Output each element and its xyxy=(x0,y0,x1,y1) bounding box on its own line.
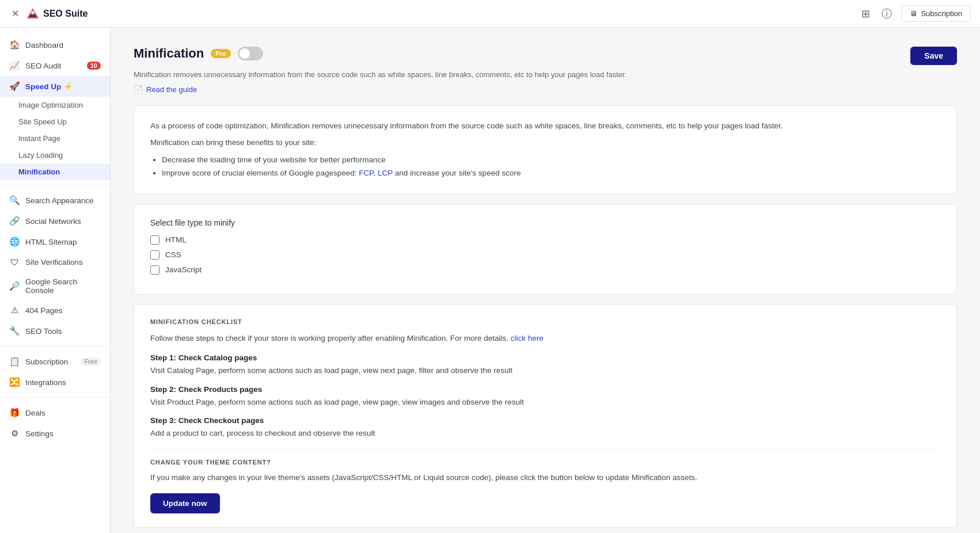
step-1-desc: Visit Catalog Page, perform some actions… xyxy=(150,364,940,377)
page-header-row: Minification Pro Save xyxy=(134,46,957,66)
sidebar-sub-minification[interactable]: Minification xyxy=(0,163,110,180)
site-verifications-icon: 🛡 xyxy=(9,257,20,267)
pro-badge: Pro xyxy=(211,49,230,58)
step-2-desc: Visit Product Page, perform some actions… xyxy=(150,396,940,409)
sidebar-item-label: 404 Pages xyxy=(25,306,63,315)
grid-icon-button[interactable]: ⊞ xyxy=(859,5,872,22)
sidebar-item-404-pages[interactable]: ⚠ 404 Pages xyxy=(0,300,110,321)
main-content: Minification Pro Save Minification remov… xyxy=(111,28,980,533)
click-here-link[interactable]: click here xyxy=(511,334,544,342)
sidebar-item-dashboard[interactable]: 🏠 Dashboard xyxy=(0,35,110,55)
speed-up-icon: 🚀 xyxy=(9,81,20,92)
minification-toggle[interactable] xyxy=(238,47,263,60)
sidebar-item-label: Subscription xyxy=(25,357,68,366)
sidebar-sub-site-speed-up[interactable]: Site Speed Up xyxy=(0,113,110,130)
sidebar-item-label: Site Verifications xyxy=(25,258,83,266)
logo-icon xyxy=(26,7,40,21)
top-bar-left: ✕ SEO Suite xyxy=(9,6,852,21)
sidebar-item-label: HTML Sitemap xyxy=(25,238,77,246)
info-card: As a process of code optimization, Minif… xyxy=(134,105,957,195)
sidebar-item-label: SEO Tools xyxy=(25,327,62,336)
info-paragraph-1: As a process of code optimization, Minif… xyxy=(150,120,940,132)
javascript-checkbox-label[interactable]: JavaScript xyxy=(165,265,202,274)
app-logo: SEO Suite xyxy=(26,7,88,21)
update-now-button[interactable]: Update now xyxy=(150,493,220,513)
fcp-lcp-link[interactable]: FCP, LCP xyxy=(359,169,393,177)
sidebar-item-label: Search Appearance xyxy=(25,196,94,205)
settings-icon: ⚙ xyxy=(9,428,20,439)
sidebar-item-label: Google Search Console xyxy=(25,277,101,295)
404-pages-icon: ⚠ xyxy=(9,305,20,315)
guide-doc-icon: 📄 xyxy=(134,85,143,94)
checklist-intro: Follow these steps to check if your stor… xyxy=(150,332,940,345)
sidebar-item-label: Settings xyxy=(25,429,54,438)
subscription-button[interactable]: 🖥 Subscription xyxy=(901,5,971,22)
sidebar-item-seo-audit[interactable]: 📈 SEO Audit 10 xyxy=(0,55,110,76)
save-button[interactable]: Save xyxy=(910,47,957,65)
info-bullet-1: Decrease the loading time of your websit… xyxy=(162,154,940,167)
info-list: Decrease the loading time of your websit… xyxy=(150,154,940,180)
sidebar-item-label: SEO Audit xyxy=(25,62,61,70)
sidebar-sub-instant-page[interactable]: Instant Page xyxy=(0,130,110,147)
sidebar-item-search-appearance[interactable]: 🔍 Search Appearance xyxy=(0,190,110,211)
svg-point-2 xyxy=(31,11,35,14)
sidebar-sub-label: Site Speed Up xyxy=(18,117,67,126)
checklist-title: MINIFICATION CHECKLIST xyxy=(150,318,940,325)
page-header: Minification Pro xyxy=(134,46,263,61)
sidebar-sub-label: Instant Page xyxy=(18,134,60,143)
sidebar-item-label: Social Networks xyxy=(25,217,81,226)
sidebar-sub-label: Minification xyxy=(18,167,60,176)
sidebar-item-subscription[interactable]: 📋 Subscription Free xyxy=(0,351,110,372)
sidebar-item-deals[interactable]: 🎁 Deals xyxy=(0,402,110,423)
page-title: Minification xyxy=(134,46,204,61)
javascript-checkbox-row: JavaScript xyxy=(150,265,940,275)
sidebar-item-speed-up[interactable]: 🚀 Speed Up ⚡ xyxy=(0,76,110,97)
social-networks-icon: 🔗 xyxy=(9,216,20,226)
card-divider xyxy=(150,449,940,450)
sidebar-sub-image-optimization[interactable]: Image Optimization xyxy=(0,97,110,113)
sidebar-item-label: Integrations xyxy=(25,378,66,387)
sidebar-item-settings[interactable]: ⚙ Settings xyxy=(0,423,110,444)
sidebar-sub-lazy-loading[interactable]: Lazy Loading xyxy=(0,147,110,163)
subscription-label: Subscription xyxy=(921,9,962,18)
sidebar-divider-2 xyxy=(0,346,110,347)
top-bar: ✕ SEO Suite ⊞ ⓘ 🖥 Subscription xyxy=(0,0,980,28)
javascript-checkbox[interactable] xyxy=(150,265,159,275)
css-checkbox[interactable] xyxy=(150,250,159,260)
read-guide-link[interactable]: 📄 Read the guide xyxy=(134,85,957,94)
step-1-title: Step 1: Check Catalog pages xyxy=(150,353,940,362)
step-3-desc: Add a product to cart, process to checko… xyxy=(150,427,940,440)
subscription-icon: 📋 xyxy=(9,356,20,367)
seo-tools-icon: 🔧 xyxy=(9,326,20,336)
css-checkbox-label[interactable]: CSS xyxy=(165,250,181,259)
seo-audit-icon: 📈 xyxy=(9,60,20,71)
sidebar-item-google-search-console[interactable]: 🔎 Google Search Console xyxy=(0,272,110,300)
sidebar-item-label: Dashboard xyxy=(25,41,63,50)
sidebar-item-label: Deals xyxy=(25,409,45,417)
info-bullet-2: Improve score of crucial elements of Goo… xyxy=(162,167,940,180)
subscription-icon: 🖥 xyxy=(910,9,917,18)
checklist-card: MINIFICATION CHECKLIST Follow these step… xyxy=(134,304,957,528)
toggle-slider xyxy=(238,47,263,60)
deals-icon: 🎁 xyxy=(9,408,20,418)
seo-audit-badge: 10 xyxy=(87,62,101,70)
file-select-card: Select file type to minify HTML CSS Java… xyxy=(134,204,957,295)
sidebar-divider-1 xyxy=(0,185,110,185)
step-2-title: Step 2: Check Products pages xyxy=(150,385,940,394)
sidebar-sub-label: Image Optimization xyxy=(18,101,83,109)
layout: 🏠 Dashboard 📈 SEO Audit 10 🚀 Speed Up ⚡ … xyxy=(0,28,980,533)
sidebar-item-integrations[interactable]: 🔀 Integrations xyxy=(0,372,110,393)
sidebar-item-social-networks[interactable]: 🔗 Social Networks xyxy=(0,211,110,231)
sidebar-item-seo-tools[interactable]: 🔧 SEO Tools xyxy=(0,321,110,341)
html-checkbox[interactable] xyxy=(150,235,159,245)
close-button[interactable]: ✕ xyxy=(9,6,21,21)
html-checkbox-label[interactable]: HTML xyxy=(165,235,187,244)
step-3-title: Step 3: Check Checkout pages xyxy=(150,416,940,425)
info-icon-button[interactable]: ⓘ xyxy=(879,5,894,23)
sidebar-item-html-sitemap[interactable]: 🌐 HTML Sitemap xyxy=(0,231,110,252)
search-appearance-icon: 🔍 xyxy=(9,195,20,205)
integrations-icon: 🔀 xyxy=(9,377,20,387)
html-sitemap-icon: 🌐 xyxy=(9,237,20,247)
sidebar-item-site-verifications[interactable]: 🛡 Site Verifications xyxy=(0,252,110,272)
subscription-badge: Free xyxy=(81,357,101,366)
